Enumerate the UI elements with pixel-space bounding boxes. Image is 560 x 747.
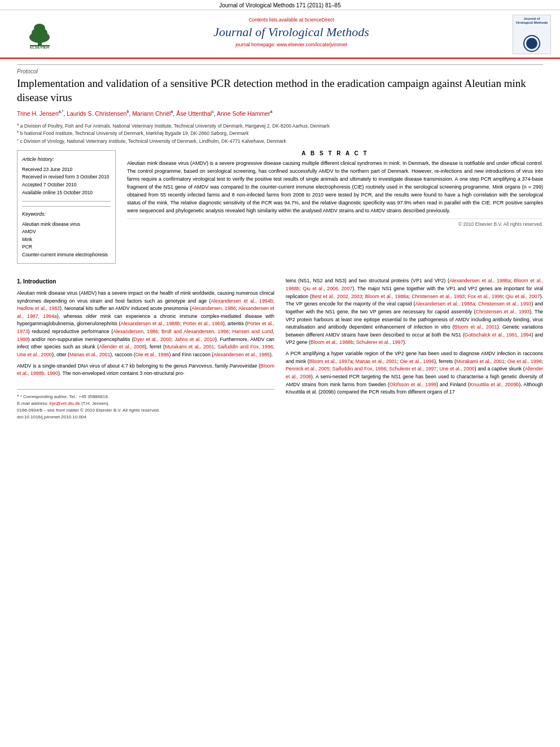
ref-alexandersen-1988a-2: Alexandersen et al., 1988a [415, 301, 475, 307]
author-name-jensen: Trine H. Jensen [17, 110, 59, 117]
svg-text:ELSEVIER: ELSEVIER [29, 45, 49, 49]
email-label: E-mail address: [17, 401, 50, 406]
left-sidebar: Article history: Received 23 June 2010 R… [17, 150, 116, 269]
body-right-col: teins (NS1, NS2 and NS3) and two structu… [286, 277, 543, 421]
journal-cover-area: Journal of Virological Methods [509, 15, 554, 54]
keyword-3: Mink [22, 236, 111, 244]
author-sup-chriel: a [170, 110, 173, 113]
sciencedirect-line: Contents lists available at ScienceDirec… [79, 17, 504, 23]
elsevier-logo: ELSEVIER [11, 19, 68, 50]
ref-dyer: Dyer et al., 2000 [134, 337, 172, 342]
homepage-link[interactable]: www.elsevier.com/locate/jviromet [277, 42, 347, 47]
main-content: Protocol Implementation and validation o… [0, 59, 560, 426]
ref-alexandersen-1988b: Alexandersen et al., 1988b [120, 321, 180, 326]
abstract-heading: A B S T R A C T [127, 150, 543, 156]
author-sup-christensen: b [126, 110, 129, 113]
body-left-col: 1. Introduction Aleutian mink disease vi… [17, 277, 274, 421]
cover-circle-decoration [523, 35, 540, 52]
body-columns: 1. Introduction Aleutian mink disease vi… [17, 277, 543, 421]
footnote-email: E-mail address: trje@vet.dtu.dk (T.H. Je… [17, 400, 274, 407]
ref-christensen-1993-3: Christensen et al., 1993 [476, 309, 530, 314]
cover-title: Journal of Virological Methods [515, 17, 549, 25]
footnote-corresponding: * * Corresponding author. Tel.: +45 3588… [17, 393, 274, 401]
author-sup-hammer: a [270, 110, 273, 113]
article-history-title: Article history: [22, 155, 111, 163]
received-date: Received 23 June 2010 [22, 166, 111, 174]
footnote-doi: doi:10.1016/j.jviromet.2010.10.004 [17, 414, 274, 421]
ref-manas: Manas et al., 2001 [69, 352, 110, 357]
ref-bloom-1988b-3: Bloom et al., 1988b [310, 339, 353, 345]
keyword-5: Counter-current immune electrophoresis [22, 251, 111, 259]
accepted-date: Accepted 7 October 2010 [22, 181, 111, 189]
ref-manas-2001: Manas et al., 2001 [356, 359, 397, 364]
available-date: Available online 15 October 2010 [22, 189, 111, 197]
ref-alexandersen-1986b: Alexandersen, 1986 [113, 329, 158, 334]
elsevier-tree-icon: ELSEVIER [13, 20, 67, 49]
ref-christensen-1993-2: Christensen et al., 1993 [478, 301, 531, 307]
intro-heading: 1. Introduction [17, 277, 274, 286]
affiliation-c: c c Division of Virology, National Veter… [17, 137, 543, 145]
ref-oie-1996-2: Oie et al., 1996 [400, 359, 434, 364]
author-name-uttenthal: Åse Uttenthal [176, 110, 212, 117]
ref-best: Best et al., 2002, 2003 [312, 294, 362, 299]
author-name-chriel: Mariann Chriél [132, 110, 170, 117]
ref-jahns: Jahns et al., 2010 [174, 337, 215, 342]
footnote-area: * * Corresponding author. Tel.: +45 3588… [17, 389, 274, 421]
keyword-1: Aleutian mink disease virus [22, 221, 111, 229]
sciencedirect-link[interactable]: ScienceDirect [304, 17, 334, 23]
ref-schulerer-2: Schulerer et al., 1997 [389, 366, 436, 372]
right-paragraph-1: teins (NS1, NS2 and NS3) and two structu… [286, 277, 543, 347]
divider [22, 201, 111, 202]
paper-title: Implementation and validation of a sensi… [17, 77, 543, 104]
ref-murakami-2001: Murakami et al., 2001 [456, 359, 505, 364]
journal-ref-text: Journal of Virological Methods 171 (2011… [219, 2, 341, 8]
ref-hadlow-1983: Hadlow et al., 1983 [17, 305, 60, 311]
ref-alexandersen-1986: Alexandersen, 1986 [191, 305, 235, 311]
ref-alexandersen-1988a: Alexandersen et al., 1988a [449, 278, 510, 283]
author-name-hammer: Anne Sofie Hammer [217, 110, 270, 117]
ref-une: Une et al., 2000 [17, 352, 52, 357]
article-history-box: Article history: Received 23 June 2010 R… [17, 150, 116, 264]
footnote-issn: 0166-0934/$ – see front matter © 2010 El… [17, 407, 274, 414]
svg-point-3 [34, 24, 45, 33]
ref-fox-1999: Fox et al., 1999 [468, 294, 503, 299]
ref-christensen-1993: Christensen et al., 1993 [412, 294, 465, 299]
ref-bloom-2001: Bloom et al., 2001 [454, 324, 497, 330]
section-type-label: Protocol [17, 64, 543, 75]
email-link[interactable]: trje@vet.dtu.dk [50, 401, 80, 406]
ref-murakami: Murakami et al., 2001 [165, 344, 214, 350]
affiliation-b: b b National Food Institute, Technical U… [17, 129, 543, 137]
abstract-text: Aleutian mink disease virus (AMDV) is a … [127, 160, 543, 215]
ref-bloom-1988a: Bloom et al., 1988a [365, 294, 409, 299]
homepage-label: journal homepage: [235, 42, 275, 47]
ref-alexandersen-1985: Alexandersen et al., 1985 [213, 352, 270, 357]
ref-alexandersen-1994b: Alexandersen et al., 1994b [211, 298, 273, 304]
ref-qiu-2006: Qiu et al., 2006, 2007 [303, 286, 352, 291]
ref-oie-1996: Oie et al., 1996 [135, 352, 169, 357]
ref-knuuttila-2009b: Knuuttila et al., 2009b [470, 382, 519, 387]
keywords-title: Keywords: [22, 210, 111, 218]
author-name-christensen: Laurids S. Christensen [67, 110, 126, 117]
contents-text: Contents lists available at [248, 17, 303, 23]
article-info-abstract-row: Article history: Received 23 June 2010 R… [17, 150, 543, 269]
elsevier-logo-area: ELSEVIER [6, 15, 73, 54]
abstract-copyright: © 2010 Elsevier B.V. All rights reserved… [127, 219, 543, 227]
keyword-4: PCR [22, 243, 111, 251]
journal-title: Journal of Virological Methods [79, 25, 504, 40]
ref-qiu-2007: Qiu et al., 2007 [506, 294, 540, 299]
journal-cover-image: Journal of Virological Methods [513, 15, 551, 54]
ref-une-2: Une et al., 2000 [439, 366, 474, 372]
author-sup-jensen: a,* [59, 110, 64, 113]
ref-gottschalck: Gottschalck et al., 1991, 1994 [465, 332, 532, 338]
ref-porter-1969: Porter et al., 1969 [183, 321, 223, 326]
homepage-line: journal homepage: www.elsevier.com/locat… [79, 42, 504, 47]
intro-paragraph-1: Aleutian mink disease virus (AMDV) has a… [17, 290, 274, 359]
right-paragraph-2: A PCR amplifying a hyper variable region… [286, 350, 543, 396]
ref-saifuddin-2: Saifuddin and Fox, 1996 [333, 366, 387, 372]
journal-title-area: Contents lists available at ScienceDirec… [79, 15, 504, 54]
ref-schulerer-1997: Schulerer et al., 1997 [356, 339, 404, 345]
affiliations-block: a a Division of Poultry, Fish and Fur An… [17, 122, 543, 145]
journal-reference-bar: Journal of Virological Methods 171 (2011… [0, 0, 560, 10]
intro-paragraph-2: AMDV is a single-stranded DNA virus of a… [17, 362, 274, 378]
affiliation-a: a a Division of Poultry, Fish and Fur An… [17, 122, 543, 130]
